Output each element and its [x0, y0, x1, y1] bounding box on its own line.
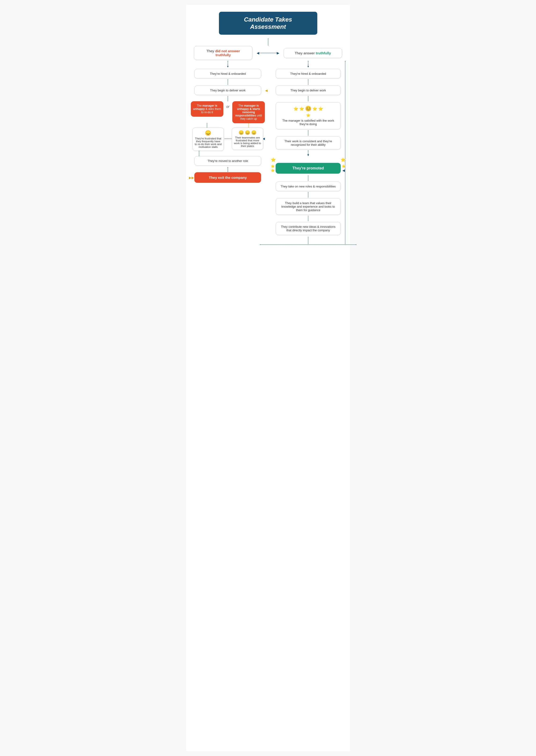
consistent-recognized: Their work is consistent and they're rec…: [276, 136, 341, 150]
build-team: They build a team that values their know…: [276, 198, 341, 215]
manager-unhappy-remove: The manager is unhappy & starts removing…: [232, 101, 265, 123]
truthfully-label: truthfully: [316, 51, 331, 55]
did-not-answer-box: They did not answer truthfully: [194, 46, 252, 60]
right-column: ▼ They're hired & onboarded They begin t…: [271, 61, 345, 245]
hired-onboarded-right: They're hired & onboarded: [276, 69, 341, 79]
prefix-right: They answer: [295, 51, 316, 55]
did-not-answer-label: did not answer truthfully: [215, 49, 240, 57]
frustrated-emoji: 😞: [195, 130, 222, 136]
manager-unhappy-redo: The manager is unhappy & asks them to re…: [191, 101, 223, 117]
page-title: Candidate Takes Assessment: [228, 16, 308, 30]
left-column: ▼ They're hired & onboarded They begin t…: [191, 61, 265, 183]
manager-satisfied: ⭐ ⭐ 😊 ⭐ ⭐ ⭐ The manager is satisfied wit…: [276, 102, 341, 129]
teammates-emoji: 😞 😞 😞: [234, 130, 261, 135]
or-label: or: [226, 101, 229, 109]
exit-company: They exit the company: [194, 172, 261, 183]
contribute-ideas: They contribute new ideas & innovations …: [276, 222, 341, 235]
begin-deliver-right: They begin to deliver work: [276, 86, 341, 95]
new-roles: They take on new roles & responsibilitie…: [276, 182, 341, 191]
page-container: Candidate Takes Assessment They did not …: [186, 5, 350, 751]
prefix-left: They: [206, 49, 215, 53]
answer-truthfully-box: They answer truthfully: [284, 48, 342, 58]
hired-onboarded-left: They're hired & onboarded: [194, 69, 261, 79]
satisfied-star-row: ⭐ ⭐ 😊 ⭐ ⭐: [279, 106, 338, 112]
promoted-box: They're promoted: [276, 163, 341, 174]
teammates-box: 😞 😞 😞 Their teammates are frustrated tha…: [232, 127, 263, 150]
moved-to-another-role: They're moved to another role: [194, 156, 261, 166]
title-box: Candidate Takes Assessment: [219, 12, 317, 35]
begin-deliver-left: They begin to deliver work: [194, 86, 261, 95]
frustrated-box: 😞 They're frustrated that they frequentl…: [192, 127, 224, 151]
